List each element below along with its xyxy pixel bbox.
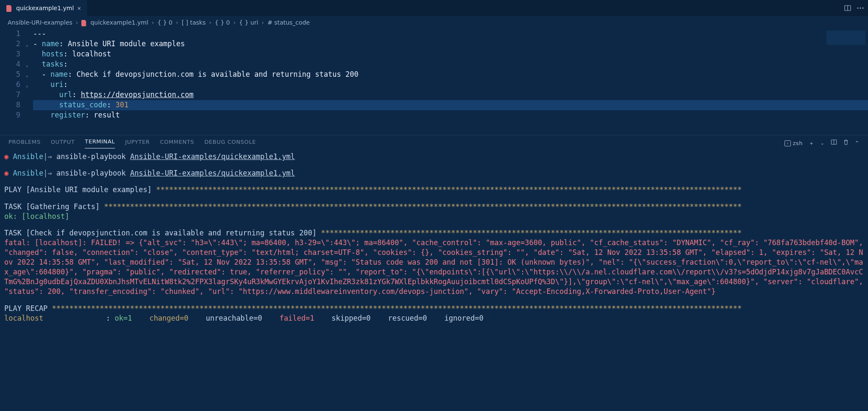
chevron-right-icon: › (233, 19, 236, 27)
tab-problems[interactable]: PROBLEMS (8, 138, 41, 148)
tab-debug[interactable]: DEBUG CONSOLE (204, 138, 256, 148)
prompt-dot-icon: ◉ (4, 152, 8, 161)
terminal-prompt-line: ◉ Ansible|⇒ ansible-playbook Ansible-URI… (4, 152, 864, 162)
shell-name: zsh (793, 140, 803, 147)
task-fatal: fatal: [localhost]: FAILED! => {"alt_svc… (4, 238, 864, 297)
task-ok: ok: [localhost] (4, 212, 864, 221)
play-header: PLAY [Ansible URI module examples] *****… (4, 185, 864, 195)
chevron-right-icon: › (76, 19, 78, 27)
line-number: 2 (0, 39, 25, 49)
code-content: tasks: (33, 59, 68, 70)
crumb-node[interactable]: { } uri (239, 19, 258, 27)
chevron-up-icon[interactable]: ⌃ (855, 140, 860, 147)
svg-point-3 (860, 8, 861, 9)
fold-toggle[interactable]: ⌄ (25, 59, 33, 70)
split-terminal-icon[interactable] (831, 139, 837, 147)
code-line[interactable]: 9 register: result (0, 110, 868, 120)
task-check: TASK [Check if devopsjunction.com is ava… (4, 228, 864, 238)
code-line[interactable]: 6⌄ uri: (0, 80, 868, 90)
code-line[interactable]: 4⌄ tasks: (0, 59, 868, 70)
tab-bar: quickexample1.yml ✕ (0, 0, 868, 16)
yaml-file-icon (6, 5, 13, 12)
terminal-shell-indicator[interactable]: › zsh (785, 140, 803, 147)
code-content: status_code: 301 (33, 100, 128, 110)
code-line[interactable]: 1--- (0, 29, 868, 39)
crumb-node[interactable]: { } 0 (157, 19, 172, 27)
terminal-prompt-line: ◉ Ansible|⇒ ansible-playbook Ansible-URI… (4, 168, 864, 178)
fold-toggle[interactable]: ⌄ (25, 80, 33, 90)
crumb-file[interactable]: quickexample1.yml (90, 19, 148, 27)
more-actions-icon[interactable] (857, 7, 864, 9)
svg-point-4 (862, 8, 864, 9)
code-content: url: https://devopsjunction.com (33, 90, 194, 100)
prompt-dot-icon: ◉ (4, 169, 8, 177)
svg-point-2 (857, 8, 859, 9)
line-number: 6 (0, 80, 25, 90)
chevron-right-icon: › (152, 19, 154, 27)
code-content: - name: Check if devopsjunction.com is a… (33, 70, 359, 80)
code-line[interactable]: 5⌄ - name: Check if devopsjunction.com i… (0, 70, 868, 80)
recap-row: localhost: ok=1 changed=0 unreachable=0 … (4, 313, 864, 323)
play-recap: PLAY RECAP *****************************… (4, 304, 864, 313)
code-line[interactable]: 7 url: https://devopsjunction.com (0, 90, 868, 100)
line-number: 1 (0, 29, 25, 39)
crumb-node[interactable]: [ ] tasks (182, 19, 206, 27)
code-line[interactable]: 3 hosts: localhost (0, 49, 868, 59)
code-content: register: result (33, 110, 120, 120)
tab-terminal[interactable]: TERMINAL (85, 138, 115, 148)
chevron-right-icon: › (176, 19, 178, 27)
code-line[interactable]: 2⌄- name: Ansible URI module examples (0, 39, 868, 49)
terminal-output[interactable]: ◉ Ansible|⇒ ansible-playbook Ansible-URI… (0, 148, 868, 327)
line-number: 4 (0, 59, 25, 70)
panel-tabs: PROBLEMS OUTPUT TERMINAL JUPYTER COMMENT… (0, 135, 868, 148)
tab-comments[interactable]: COMMENTS (160, 138, 194, 148)
code-line[interactable]: 8 status_code: 301 (0, 100, 868, 110)
tab-filename: quickexample1.yml (16, 4, 74, 13)
terminal-dropdown-icon[interactable]: ⌄ (821, 140, 825, 146)
crumb-node[interactable]: # status_code (267, 19, 310, 27)
crumb-folder[interactable]: Ansible-URI-examples (8, 19, 72, 27)
line-number: 3 (0, 49, 25, 59)
line-number: 8 (0, 100, 25, 110)
code-content: --- (33, 29, 46, 39)
fold-toggle[interactable]: ⌄ (25, 70, 33, 80)
terminal-icon: › (785, 140, 791, 146)
breadcrumb[interactable]: Ansible-URI-examples › quickexample1.yml… (0, 16, 868, 29)
yaml-file-icon (81, 20, 87, 26)
tab-output[interactable]: OUTPUT (51, 138, 75, 148)
bottom-panel: PROBLEMS OUTPUT TERMINAL JUPYTER COMMENT… (0, 135, 868, 411)
fold-toggle[interactable]: ⌄ (25, 39, 33, 49)
code-content: uri: (33, 80, 68, 90)
tab-jupyter[interactable]: JUPYTER (125, 138, 150, 148)
split-editor-icon[interactable] (844, 5, 851, 11)
line-number: 5 (0, 70, 25, 80)
code-content: - name: Ansible URI module examples (33, 39, 185, 49)
line-number: 9 (0, 110, 25, 120)
chevron-right-icon: › (262, 19, 264, 27)
crumb-node[interactable]: { } 0 (215, 19, 230, 27)
code-editor[interactable]: 1---2⌄- name: Ansible URI module example… (0, 29, 868, 135)
trash-icon[interactable] (843, 139, 849, 148)
file-tab[interactable]: quickexample1.yml ✕ (0, 0, 87, 16)
chevron-right-icon: › (209, 19, 211, 27)
new-terminal-icon[interactable]: ＋ (809, 140, 815, 147)
code-content: hosts: localhost (33, 49, 111, 59)
minimap[interactable] (826, 31, 865, 45)
task-gathering: TASK [Gathering Facts] *****************… (4, 202, 864, 212)
line-number: 7 (0, 90, 25, 100)
tab-close-icon[interactable]: ✕ (77, 4, 81, 13)
